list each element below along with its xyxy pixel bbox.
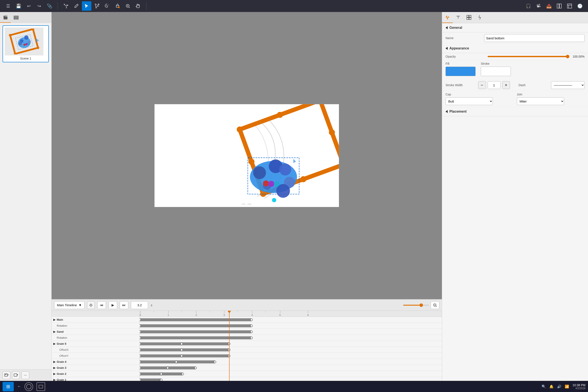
canvas-viewport[interactable]: — — xyxy=(52,12,442,299)
pan-tool[interactable] xyxy=(134,1,143,11)
properties-tab[interactable] xyxy=(442,12,453,23)
time-button[interactable]: 🕐 xyxy=(575,1,584,11)
layout-tab[interactable] xyxy=(464,12,474,23)
top-toolbar: ☰ 💾 ↩ ↪ 📎 🎧 📽 xyxy=(0,0,588,12)
text-tab[interactable] xyxy=(453,12,464,23)
undo-button[interactable]: ↩ xyxy=(24,1,34,11)
stroke-width-input[interactable] xyxy=(488,81,500,89)
placement-triangle xyxy=(446,110,448,113)
back-button[interactable]: ← xyxy=(17,384,21,389)
fill-tool[interactable] xyxy=(113,1,122,11)
redo-button[interactable]: ↪ xyxy=(34,1,44,11)
dot-grain5-mid[interactable] xyxy=(180,342,183,345)
dot-grain3-end[interactable] xyxy=(194,367,197,369)
taskbar-right: 🔍 🔔 🔊 📶 10:38 PM 4/2/2018 xyxy=(542,384,586,390)
fill-swatch[interactable] xyxy=(446,66,476,76)
timeline-row-main[interactable]: ▶ Main xyxy=(52,317,140,323)
camera-button[interactable]: 📽 xyxy=(534,1,543,11)
attach-button[interactable]: 📎 xyxy=(45,1,54,11)
select2-tool[interactable] xyxy=(92,1,102,11)
timeline-dropdown-label: Main Timeline xyxy=(57,303,77,307)
layout-button[interactable] xyxy=(554,1,564,11)
task-view-button[interactable] xyxy=(36,382,45,391)
opacity-row: Opacity 100.00% xyxy=(442,53,588,60)
skip-back-button[interactable]: ⏮ xyxy=(97,301,106,309)
svg-rect-7 xyxy=(560,4,561,8)
skip-forward-button[interactable]: ⏭ xyxy=(120,301,128,309)
dot-grain4-mid[interactable] xyxy=(175,360,178,363)
headphones-button[interactable]: 🎧 xyxy=(524,1,533,11)
stroke-plus-button[interactable]: + xyxy=(502,81,510,89)
zoom-tool[interactable] xyxy=(123,1,132,11)
home-button[interactable] xyxy=(24,382,33,391)
timeline-tracks[interactable]: 0 1 2 3 4 xyxy=(140,311,442,381)
stroke-minus-button[interactable]: − xyxy=(478,81,486,89)
scenes-tab[interactable]: 🎬 xyxy=(0,12,11,23)
scene-1-thumbnail[interactable]: Scene 1 xyxy=(2,25,49,62)
time-input[interactable] xyxy=(131,301,148,309)
dot-offsetx-mid[interactable] xyxy=(180,348,183,351)
panel-button[interactable] xyxy=(565,1,574,11)
add-keyframe-button[interactable] xyxy=(87,301,95,309)
add-scene-button[interactable] xyxy=(2,371,10,379)
canvas-area: — — Main Timeline ▼ ⏮ ▶ ⏭ xyxy=(52,12,442,381)
taskbar-search[interactable]: 🔍 xyxy=(542,384,546,388)
dot-sand-end[interactable] xyxy=(250,330,253,333)
timeline-row-grain4[interactable]: ▶ Grain 4 xyxy=(52,359,140,365)
fill-stroke-row: Fill Stroke xyxy=(442,60,588,80)
paint-tool[interactable] xyxy=(102,1,112,11)
dot-grain4-end[interactable] xyxy=(214,360,216,363)
opacity-thumb[interactable] xyxy=(566,55,569,58)
dot-grain1-end[interactable] xyxy=(160,379,162,381)
events-tab[interactable] xyxy=(474,12,485,23)
dot-rotation2-end[interactable] xyxy=(250,336,253,339)
sand-label: Sand xyxy=(57,330,64,333)
timeline-row-grain3[interactable]: ▶ Grain 3 xyxy=(52,365,140,371)
menu-button[interactable]: ☰ xyxy=(4,1,13,11)
dash-select[interactable]: ──────── - - - - - · · · · · xyxy=(551,81,584,89)
zoom-out-button[interactable] xyxy=(431,301,439,309)
layers-tab[interactable] xyxy=(11,12,22,23)
dot-grain2-mid[interactable] xyxy=(160,373,162,375)
duplicate-scene-button[interactable] xyxy=(12,371,20,379)
tools-group xyxy=(60,1,145,11)
timeline-dropdown[interactable]: Main Timeline ▼ xyxy=(54,301,84,309)
zoom-slider[interactable] xyxy=(403,305,429,306)
dot-rotation1-end[interactable] xyxy=(250,324,253,327)
timeline-row-offsetx[interactable]: OffsetX xyxy=(52,347,140,353)
timeline-row-sand[interactable]: ▶ Sand xyxy=(52,329,140,335)
name-input[interactable] xyxy=(484,34,584,42)
timeline-row-offsety[interactable]: OffsetY xyxy=(52,353,140,359)
track-grain4 xyxy=(140,359,442,365)
appearance-triangle xyxy=(446,47,448,50)
start-button[interactable]: ⊞ xyxy=(2,382,14,391)
dot-grain3-mid[interactable] xyxy=(166,367,169,369)
pen-tool[interactable] xyxy=(72,1,81,11)
dot-main-end[interactable] xyxy=(250,318,253,321)
taskbar-network[interactable]: 📶 xyxy=(565,384,569,388)
dot-grain2-end[interactable] xyxy=(182,373,184,375)
dot-offsety-mid[interactable] xyxy=(180,354,183,357)
taskbar-notifications[interactable]: 🔔 xyxy=(549,384,554,388)
export-button[interactable]: 📤 xyxy=(544,1,554,11)
timeline-row-rotation-2[interactable]: Rotation xyxy=(52,335,140,341)
more-options-button[interactable]: ··· xyxy=(22,371,29,379)
save-button[interactable]: 💾 xyxy=(14,1,23,11)
timeline-row-grain1[interactable]: ▶ Grain 1 xyxy=(52,377,140,381)
taskbar-volume[interactable]: 🔊 xyxy=(557,384,561,388)
timeline-row-grain2[interactable]: ▶ Grain 2 xyxy=(52,371,140,377)
cap-select[interactable]: Butt Round Square xyxy=(446,97,493,105)
triangle-grain1: ▶ xyxy=(53,378,56,381)
opacity-slider[interactable] xyxy=(488,56,569,57)
timeline-row-rotation-1[interactable]: Rotation xyxy=(52,323,140,329)
play-button[interactable]: ▶ xyxy=(108,301,117,309)
select-tool[interactable] xyxy=(82,1,91,11)
join-select[interactable]: Miter Round Bevel xyxy=(517,97,564,105)
svg-rect-8 xyxy=(567,4,572,8)
vector-tool[interactable] xyxy=(61,1,71,11)
dot-grain5-end[interactable] xyxy=(228,342,230,345)
dot-offsetx-end[interactable] xyxy=(228,348,230,351)
dot-offsety-end[interactable] xyxy=(228,354,230,357)
timeline-row-grain5[interactable]: ▶ Grain 5 xyxy=(52,341,140,347)
stroke-swatch[interactable] xyxy=(481,66,511,76)
